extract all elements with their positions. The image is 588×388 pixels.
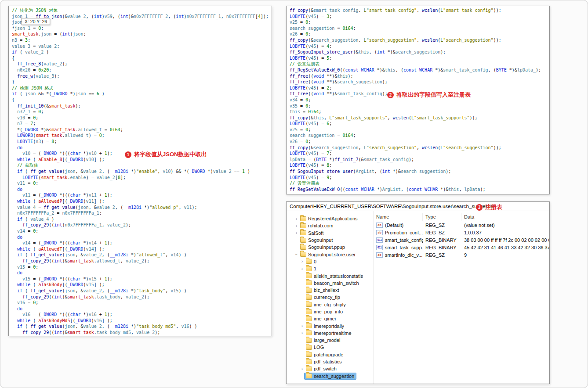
tree-node[interactable]: LOG	[305, 344, 326, 350]
tree-item-SogouInput.store.user[interactable]: ›SogouInput.store.user	[287, 251, 373, 258]
tree-item-pdf_statistics[interactable]: pdf_statistics	[287, 358, 373, 365]
code-line: // 设置注册表	[290, 180, 546, 187]
folder-icon	[306, 302, 312, 307]
code-line: while ( aTaskBody[(_DWORD)v15] );	[12, 282, 269, 288]
code-line: LOWORD(smart_task.allowed_t) = 0;	[12, 133, 269, 139]
chevron-right-icon[interactable]: ›	[294, 230, 299, 235]
code-line: if ( ff_get_value(json, &value_2, (__m12…	[12, 252, 269, 258]
tree-item-label: ime_pop_info	[314, 309, 343, 314]
value-row[interactable]: absmartinfo_dic_v...REG_SZ9	[374, 251, 549, 259]
column-header-type[interactable]: Type	[423, 213, 461, 221]
chevron-right-icon[interactable]: ›	[300, 323, 305, 328]
tree-item-ime_pop_info[interactable]: ime_pop_info	[287, 308, 373, 315]
code-line: ff_RegSetValueExW_0((const WCHAR *)&this…	[290, 67, 546, 73]
values-body: ab(Default)REG_SZ(value not set)abPromot…	[374, 221, 549, 259]
cursor-coordinates-tooltip: X: 20 Y: 26	[22, 18, 50, 25]
value-row[interactable]: 011smart_task_supp...REG_BINARY45 42 42 …	[374, 244, 549, 251]
tree-node[interactable]: RegisteredApplications	[299, 216, 359, 222]
tree-node[interactable]: ime_qimei	[305, 316, 338, 322]
tree-item-0[interactable]: ›0	[287, 258, 373, 265]
code-line: do	[12, 306, 269, 312]
tree-node[interactable]: beacon_main_switch	[305, 280, 361, 286]
code-line: if ( json && *(_DWORD *)json == 6 )	[12, 91, 269, 97]
column-header-name[interactable]: Name	[374, 213, 423, 221]
tree-node-selected[interactable]: search_suggestion	[305, 373, 356, 379]
code-line: v11 = (_DWORD *)((char *)v11 + 1);	[12, 192, 269, 198]
tree-item-biz_shellext[interactable]: biz_shellext	[287, 287, 373, 294]
tree-node[interactable]: SogouInput	[299, 237, 334, 243]
tree-item-label: patchupgrade	[314, 352, 343, 357]
tree-item-ime_qimei[interactable]: ime_qimei	[287, 315, 373, 322]
code-line: free_w(value_3);	[12, 73, 269, 79]
tree-node[interactable]: currency_tip	[305, 294, 342, 300]
code-line: ff_copy(&this, L"smart_task_supports", w…	[290, 115, 546, 121]
chevron-right-icon[interactable]: ›	[300, 366, 305, 371]
value-name: Promotion_conf...	[385, 230, 423, 235]
tree-item-RegisteredApplications[interactable]: ›RegisteredApplications	[287, 215, 373, 222]
tree-node[interactable]: rohitab.com	[299, 223, 335, 229]
code-line: {	[12, 97, 269, 103]
tree-item-imereportrealtime[interactable]: ›imereportrealtime	[287, 330, 373, 337]
tree-item-LOG[interactable]: LOG	[287, 344, 373, 351]
code-line: if ( ff_get_value(json, &value_2, (__m12…	[12, 169, 269, 175]
value-row[interactable]: 011smart_task_configREG_BINARY38 03 00 0…	[374, 236, 549, 244]
chevron-right-icon[interactable]: ›	[300, 259, 305, 264]
tree-node[interactable]: pdf_switch	[305, 366, 338, 372]
chevron-right-icon[interactable]: ›	[294, 216, 299, 221]
code-line: if ( value_4 )	[12, 216, 269, 223]
chevron-right-icon[interactable]: ›	[300, 266, 305, 271]
code-line: value_4 = ff_get_value(json, &value_2, (…	[12, 205, 269, 211]
tree-item-rohitab.com[interactable]: ›rohitab.com	[287, 222, 373, 229]
code-line: this = 0i64;	[290, 109, 546, 115]
tree-item-ime_cfg_shiply[interactable]: ime_cfg_shiply	[287, 301, 373, 308]
tree-node[interactable]: allskin_statusiconstatis	[305, 273, 365, 279]
tree-item-imereportdaily[interactable]: ›imereportdaily	[287, 322, 373, 329]
code-line: v16 = (_DWORD *)((char *)v16 + 1);	[12, 312, 269, 318]
tree-item-SogouInput[interactable]: SogouInput	[287, 237, 373, 244]
tree-node[interactable]: 1	[305, 266, 318, 272]
code-line: while ( aAllowedT[(_DWORD)v14] );	[12, 246, 269, 252]
tree-node[interactable]: SogouInput.store.user	[299, 251, 357, 258]
tree-node[interactable]: 0	[305, 259, 318, 265]
tree-node[interactable]: patchupgrade	[305, 352, 345, 358]
tree-node[interactable]: large_model	[305, 337, 342, 343]
tree-item-SogouInput.ppup[interactable]: SogouInput.ppup	[287, 244, 373, 251]
tree-item-pdf_switch[interactable]: ›pdf_switch	[287, 365, 373, 372]
tree-item-search_suggestion[interactable]: search_suggestion	[287, 373, 373, 380]
tree-node[interactable]: SogouInput.ppup	[299, 244, 347, 250]
code-line: LOBYTE(v45) = 5;	[290, 55, 546, 61]
code-line: v15 = 0;	[12, 264, 269, 270]
column-header-data[interactable]: Data	[461, 213, 549, 221]
tree-node[interactable]: SalSoft	[299, 230, 325, 236]
code-line: }	[12, 79, 269, 85]
tree-item-patchupgrade[interactable]: patchupgrade	[287, 351, 373, 358]
tree-item-label: currency_tip	[314, 295, 340, 300]
tree-node[interactable]: imereportdaily	[305, 323, 346, 329]
tree-node[interactable]: pdf_statistics	[305, 359, 344, 365]
tree-item-label: SogouInput	[308, 237, 333, 243]
chevron-right-icon[interactable]: ›	[300, 331, 305, 335]
tree-item-allskin_statusiconstatis[interactable]: allskin_statusiconstatis	[287, 272, 373, 279]
value-name: smart_task_config	[385, 237, 423, 243]
registry-address-bar[interactable]: Computer\HKEY_CURRENT_USER\SOFTWARE\Sogo…	[287, 202, 549, 211]
annotation-2-badge: 2	[387, 92, 394, 98]
code-line: LOBYTE(v45) = 3;	[290, 14, 546, 20]
decompiled-code: // 转化为 JSON 对象json_1 = ff_to_json(&value…	[12, 7, 269, 336]
tree-item-large_model[interactable]: large_model	[287, 337, 373, 344]
tree-node[interactable]: ime_cfg_shiply	[305, 302, 348, 308]
code-line: LOBYTE(v45) = 7;	[290, 151, 546, 157]
tree-item-1[interactable]: ›1	[287, 265, 373, 272]
code-line: smart_task.json = (int)json;	[12, 31, 269, 37]
value-name: smartinfo_dic_v...	[385, 252, 422, 258]
value-row[interactable]: abPromotion_conf...REG_SZ1.0.0.37	[374, 229, 549, 236]
chevron-down-icon[interactable]: ›	[294, 252, 299, 257]
chevron-right-icon[interactable]: ›	[294, 223, 299, 228]
tree-node[interactable]: biz_shellext	[305, 287, 341, 293]
value-row[interactable]: ab(Default)REG_SZ(value not set)	[374, 221, 549, 229]
registry-editor-panel: Computer\HKEY_CURRENT_USER\SOFTWARE\Sogo…	[286, 201, 550, 384]
tree-node[interactable]: imereportrealtime	[305, 330, 353, 336]
tree-node[interactable]: ime_pop_info	[305, 309, 345, 315]
tree-item-beacon_main_switch[interactable]: beacon_main_switch	[287, 280, 373, 287]
tree-item-SalSoft[interactable]: ›SalSoft	[287, 230, 373, 237]
tree-item-currency_tip[interactable]: currency_tip	[287, 294, 373, 301]
